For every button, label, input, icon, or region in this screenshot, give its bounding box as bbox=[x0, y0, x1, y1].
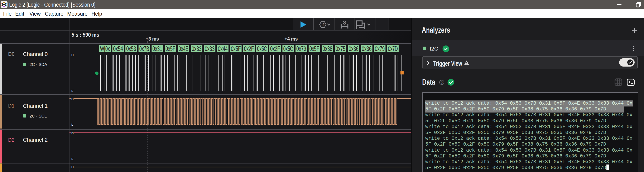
svg-text:0x54: 0x54 bbox=[113, 45, 123, 52]
svg-text:0x44: 0x44 bbox=[218, 45, 228, 52]
svg-text:1F: 1F bbox=[321, 22, 324, 27]
svg-text:0x36: 0x36 bbox=[349, 45, 358, 52]
svg-text:0x53: 0x53 bbox=[126, 45, 136, 52]
svg-text:0x79: 0x79 bbox=[375, 45, 384, 52]
svg-text:0x7B: 0x7B bbox=[140, 45, 149, 52]
svg-text:0x7D: 0x7D bbox=[388, 45, 398, 52]
svg-text:?: ? bbox=[441, 81, 442, 84]
svg-text:0x33: 0x33 bbox=[192, 45, 202, 52]
svg-text:0x5F: 0x5F bbox=[310, 45, 319, 52]
svg-text:0x2F: 0x2F bbox=[270, 45, 280, 52]
svg-text:0x75: 0x75 bbox=[336, 45, 345, 52]
svg-text:0x31: 0x31 bbox=[152, 45, 162, 52]
svg-text:0x4E: 0x4E bbox=[179, 45, 188, 52]
svg-text:0x36: 0x36 bbox=[362, 45, 372, 52]
svg-text:0x5F: 0x5F bbox=[231, 45, 241, 52]
svg-text:W[0x: W[0x bbox=[100, 45, 110, 52]
svg-text:0x38: 0x38 bbox=[323, 45, 332, 52]
svg-text:3: 3 bbox=[343, 20, 346, 26]
svg-text:0x33: 0x33 bbox=[205, 45, 214, 52]
svg-text:0x5F: 0x5F bbox=[166, 45, 175, 52]
svg-text:0x79: 0x79 bbox=[296, 45, 306, 52]
svg-text:0x5C: 0x5C bbox=[283, 45, 293, 52]
svg-text:0x5C: 0x5C bbox=[257, 45, 267, 52]
svg-text:0x2F: 0x2F bbox=[244, 45, 254, 52]
